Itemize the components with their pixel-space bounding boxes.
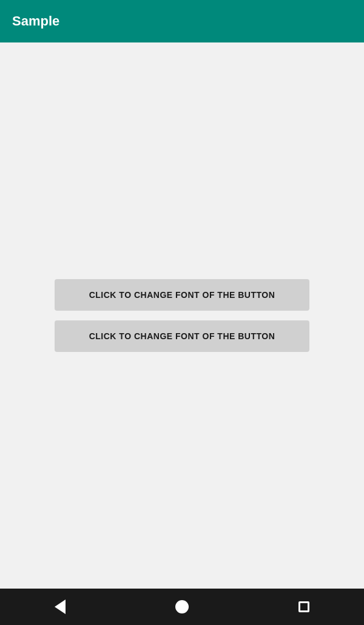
recent-icon xyxy=(298,601,309,612)
nav-bar xyxy=(0,589,364,625)
back-icon xyxy=(55,600,66,614)
change-font-button-1[interactable]: CLICK TO CHANGE FONT OF THE BUTTON xyxy=(55,279,309,311)
app-bar-title: Sample xyxy=(12,13,59,29)
home-icon xyxy=(175,600,189,613)
app-bar: Sample xyxy=(0,0,364,42)
nav-home-button[interactable] xyxy=(175,600,189,613)
nav-back-button[interactable] xyxy=(55,600,66,614)
main-content: CLICK TO CHANGE FONT OF THE BUTTON CLICK… xyxy=(0,42,364,589)
nav-recent-button[interactable] xyxy=(298,601,309,612)
change-font-button-2[interactable]: CLICK TO CHANGE FONT OF THE BUTTON xyxy=(55,320,309,352)
